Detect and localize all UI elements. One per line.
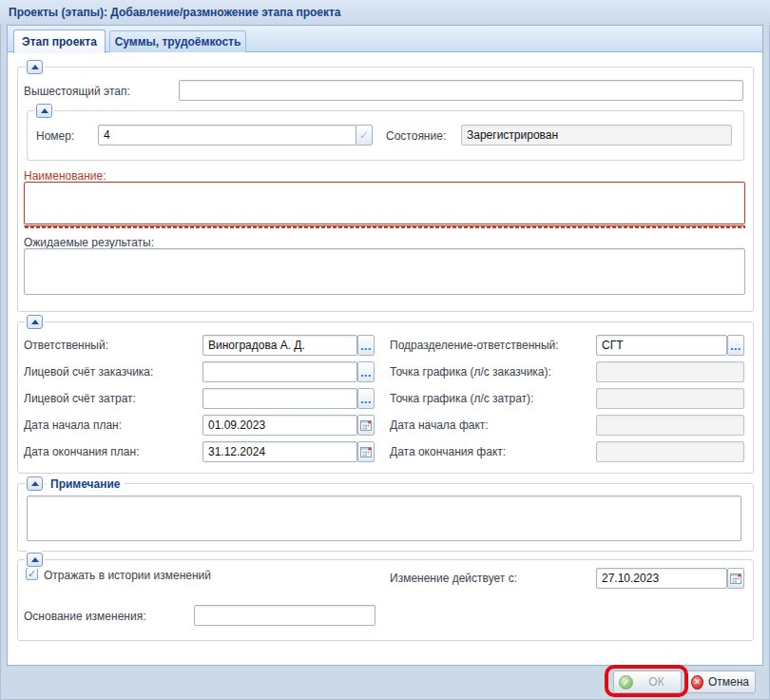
responsible-lookup-button[interactable]: ... [357,335,375,356]
parent-stage-label: Вышестоящий этап: [24,85,130,98]
state-label: Состояние: [386,129,446,143]
customer-account-input[interactable] [202,361,357,382]
effective-date-label: Изменение действует с: [390,572,517,585]
chevron-up-icon [31,65,39,69]
end-plan-input[interactable] [202,441,357,462]
start-plan-input[interactable] [202,415,357,436]
ok-button[interactable]: ✓ ОК [613,671,682,693]
customer-point-label: Точка графика (л/с заказчика): [390,365,551,379]
cancel-button[interactable]: ✕ Отмена [685,671,756,693]
start-plan-label: Дата начала план: [24,418,122,432]
window-titlebar: Проекты (этапы): Добавление/размножение … [0,0,770,25]
calendar-icon [360,419,372,431]
customer-point-input [596,361,744,382]
collapse-fieldset-history-button[interactable] [27,553,43,567]
history-checkbox[interactable]: ✓ [26,568,38,580]
number-check-trigger-button[interactable]: ✓ [356,125,373,146]
chevron-up-icon [31,481,39,486]
name-label: Наименование: [24,169,106,183]
change-reason-label: Основание изменения: [24,610,145,623]
ellipsis-trigger-icon: ... [730,340,741,352]
ok-check-icon: ✓ [619,675,633,690]
cost-point-input [596,388,744,409]
note-legend: Примечание [47,477,125,491]
ok-button-label: ОК [638,675,675,689]
cost-account-lookup-button[interactable]: ... [357,388,375,409]
responsible-label: Ответственный: [24,339,108,352]
tab-stage[interactable]: Этап проекта [13,29,106,53]
expected-results-label: Ожидаемые результаты: [24,236,154,249]
chevron-up-icon [41,108,48,113]
parent-stage-input[interactable] [179,80,743,101]
end-fact-label: Дата окончания факт: [390,445,506,458]
window-title: Проекты (этапы): Добавление/размножение … [9,6,341,19]
invalid-wavy-underline [24,225,745,228]
cost-account-label: Лицевой счёт затрат: [24,392,136,405]
department-lookup-button[interactable]: ... [727,335,744,356]
calendar-icon [730,573,741,584]
ellipsis-trigger-icon: ... [360,367,372,379]
start-fact-label: Дата начала факт: [390,418,489,432]
end-fact-input [596,441,744,462]
start-fact-input [596,415,744,436]
cancel-button-label: Отмена [708,675,749,689]
chevron-up-icon [31,320,39,324]
number-input[interactable] [98,125,356,146]
check-trigger-icon: ✓ [359,129,369,141]
collapse-fieldset-number-button[interactable] [36,104,52,118]
effective-datepicker-button[interactable] [727,568,744,589]
responsible-input[interactable] [202,335,357,356]
end-plan-label: Дата окончания план: [24,445,140,458]
note-textarea[interactable] [27,496,741,541]
collapse-fieldset-details-button[interactable] [27,315,43,329]
checkbox-check-icon: ✓ [28,569,36,579]
number-label: Номер: [36,129,74,143]
customer-account-label: Лицевой счёт заказчика: [24,365,153,379]
department-input[interactable] [596,335,727,356]
name-textarea[interactable] [24,182,745,224]
cost-account-input[interactable] [202,388,357,409]
end-plan-datepicker-button[interactable] [357,441,375,462]
ellipsis-trigger-icon: ... [360,340,372,352]
customer-account-lookup-button[interactable]: ... [357,361,375,382]
cancel-x-icon: ✕ [691,675,703,690]
cost-point-label: Точка графика (л/с затрат): [390,392,533,405]
change-reason-input[interactable] [194,605,375,626]
effective-date-input[interactable] [596,568,727,589]
expected-results-textarea[interactable] [24,248,745,295]
ellipsis-trigger-icon: ... [360,394,372,405]
collapse-fieldset-main-button[interactable] [27,60,43,74]
calendar-icon [360,446,372,457]
department-label: Подразделение-ответственный: [390,339,559,352]
start-plan-datepicker-button[interactable] [357,415,375,436]
history-checkbox-label: Отражать в истории изменений [44,569,211,582]
state-input [461,125,732,146]
tab-sums[interactable]: Суммы, трудоёмкость [109,30,246,52]
collapse-fieldset-note-button[interactable] [27,476,43,491]
chevron-up-icon [31,557,39,562]
